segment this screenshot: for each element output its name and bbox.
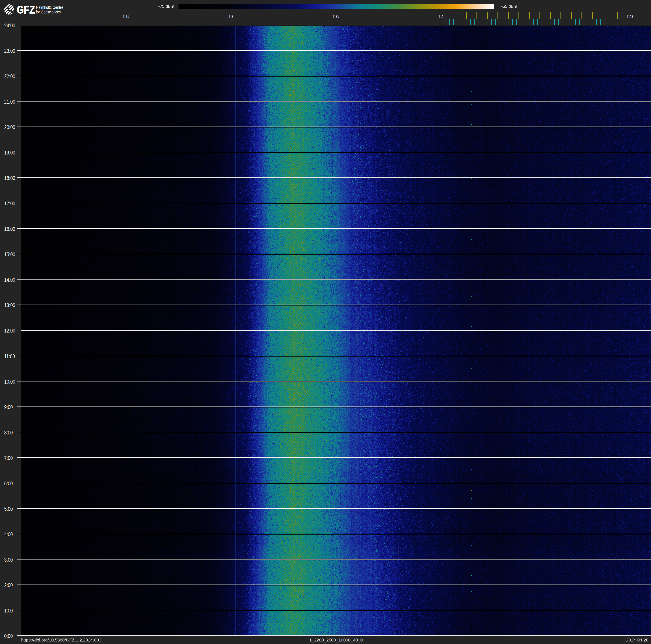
svg-text:Helmholtz Centre: Helmholtz Centre bbox=[36, 5, 63, 10]
svg-text:for Geosciences: for Geosciences bbox=[36, 9, 61, 14]
svg-text:GFZ: GFZ bbox=[17, 4, 35, 15]
